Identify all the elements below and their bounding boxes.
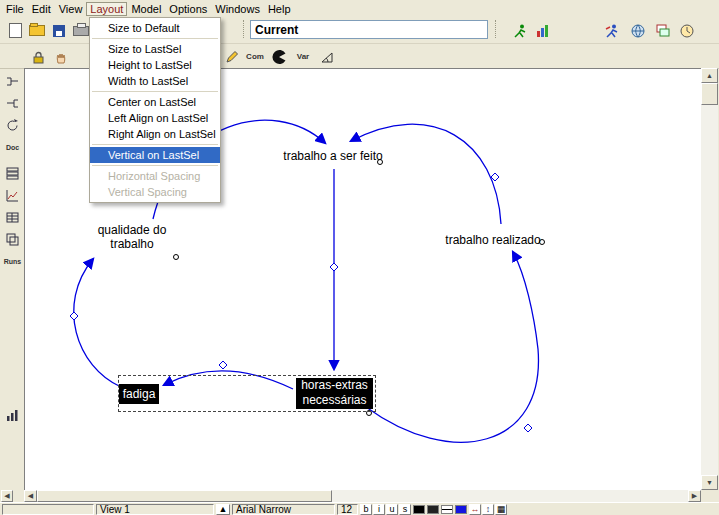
var-icon: Var (297, 52, 309, 61)
uses-tree-button[interactable] (1, 92, 24, 114)
menu-item-size-to-lastsel[interactable]: Size to LastSel (90, 41, 220, 57)
italic-button[interactable]: i (373, 504, 385, 515)
link-handle-diamond[interactable] (219, 361, 227, 369)
runs-compare-button[interactable] (1, 228, 24, 250)
open-icon (29, 25, 45, 36)
chart-run-icon (535, 23, 551, 39)
delete-tool[interactable] (267, 45, 291, 68)
triangle-icon (319, 49, 335, 65)
link-handle-diamond[interactable] (524, 424, 532, 432)
box-color-swatch[interactable] (455, 505, 467, 514)
clock-icon (679, 23, 695, 39)
save-button[interactable] (47, 19, 71, 42)
status-panel-blank (2, 504, 94, 515)
output-windows-button[interactable] (651, 19, 675, 42)
vertical-scrollbar[interactable]: ▲ ▼ (701, 68, 718, 490)
simulate-button[interactable] (508, 19, 532, 42)
open-button[interactable] (25, 19, 49, 42)
menu-separator (92, 144, 218, 145)
variable-handle[interactable] (174, 255, 179, 260)
scroll-right-button[interactable]: ▶ (688, 490, 701, 502)
vertical-scroll-thumb[interactable] (701, 83, 718, 105)
grid-style-button[interactable]: ▦ (495, 504, 507, 515)
scroll-left-button[interactable]: ◀ (24, 490, 37, 502)
line-style-swatch[interactable] (441, 505, 453, 514)
font-name-panel[interactable]: Arial Narrow (232, 504, 335, 515)
variable-trabalho-a-ser-feito[interactable]: trabalho a ser feito (273, 149, 393, 163)
simulation-name-input[interactable] (250, 20, 488, 39)
text-color-swatch[interactable] (413, 505, 425, 514)
loops-button[interactable] (1, 114, 24, 136)
layout-menu-popup: Size to Default Size to LastSel Height t… (89, 17, 221, 203)
link-horas-extras-to-trabalho-realizado[interactable] (366, 252, 538, 442)
new-button[interactable] (3, 19, 27, 42)
scrollbar-left-corner: ◀ (0, 490, 24, 502)
menu-item-width-to-lastsel[interactable]: Width to LastSel (90, 73, 220, 89)
pacman-icon (271, 49, 287, 65)
causes-strip-button[interactable] (1, 162, 24, 184)
menu-help[interactable]: Help (264, 2, 295, 16)
move-tool[interactable] (49, 45, 73, 68)
scroll-down-button[interactable]: ▼ (701, 475, 718, 490)
causes-tree-button[interactable] (1, 70, 24, 92)
menu-item-right-align-on-lastsel[interactable]: Right Align on LastSel (90, 126, 220, 142)
menu-item-center-on-lastsel[interactable]: Center on LastSel (90, 94, 220, 110)
font-size-panel[interactable]: 12 (337, 504, 358, 515)
menu-item-left-align-on-lastsel[interactable]: Left Align on LastSel (90, 110, 220, 126)
graph-button[interactable] (1, 184, 24, 206)
link-handle-diamond[interactable] (330, 263, 338, 271)
publish-button[interactable] (626, 19, 650, 42)
fill-color-swatch[interactable] (427, 505, 439, 514)
menu-model[interactable]: Model (127, 2, 165, 16)
scroll-up-button[interactable]: ▲ (701, 68, 718, 83)
reference-mode-tool[interactable]: Var (291, 45, 315, 68)
hand-icon (53, 49, 69, 65)
menu-view[interactable]: View (55, 2, 87, 16)
scrollbar-corner (701, 490, 719, 502)
table-icon (5, 210, 20, 225)
menu-layout[interactable]: Layout (86, 2, 127, 16)
menu-item-vertical-on-lastsel[interactable]: Vertical on LastSel (90, 147, 220, 163)
analysis-toolbar: Doc Runs (0, 68, 24, 490)
underline-button[interactable]: u (386, 504, 398, 515)
graph-icon (5, 188, 20, 203)
merge-tool[interactable] (220, 45, 244, 68)
menu-file[interactable]: File (2, 2, 28, 16)
menu-windows[interactable]: Windows (211, 2, 264, 16)
time-axis-button[interactable] (675, 19, 699, 42)
variable-fadiga[interactable]: fadiga (119, 384, 159, 404)
arrow-style-button[interactable]: ↔ (469, 504, 481, 515)
uses-tree-icon (5, 96, 20, 111)
menu-item-size-to-default[interactable]: Size to Default (90, 20, 220, 36)
link-trabalho-realizado-to-trabalho-a-ser-feito[interactable] (351, 124, 501, 224)
game-button[interactable] (600, 19, 624, 42)
document-button[interactable]: Doc (1, 136, 24, 158)
print-icon (73, 26, 89, 36)
equations-tool[interactable] (315, 45, 339, 68)
align-style-button[interactable]: ↕ (482, 504, 494, 515)
causes-tree-icon (5, 74, 20, 89)
link-handle-diamond[interactable] (70, 312, 78, 320)
menu-edit[interactable]: Edit (28, 2, 55, 16)
menu-item-height-to-lastsel[interactable]: Height to LastSel (90, 57, 220, 73)
horizontal-scrollbar[interactable]: ◀ ▶ (24, 490, 701, 502)
variable-qualidade-do-trabalho[interactable]: qualidade do trabalho (82, 223, 182, 251)
page-back-button[interactable]: ◀ (1, 490, 13, 502)
lock-tool[interactable] (26, 45, 50, 68)
variable-trabalho-realizado[interactable]: trabalho realizado (434, 233, 552, 247)
menu-options[interactable]: Options (165, 2, 211, 16)
link-fadiga-to-qualidade[interactable] (74, 259, 121, 387)
comment-tool[interactable]: Com (243, 45, 267, 68)
runs-button[interactable]: Runs (1, 250, 24, 272)
variable-horas-extras-necessarias[interactable]: horas-extras necessárias (296, 378, 373, 409)
bold-button[interactable]: b (360, 504, 372, 515)
vensim-window: File Edit View Layout Model Options Wind… (0, 0, 719, 515)
table-button[interactable] (1, 206, 24, 228)
strike-button[interactable]: s (399, 504, 411, 515)
loops-icon (5, 118, 20, 133)
view-name-panel[interactable]: View 1 (96, 504, 214, 515)
view-spin-button[interactable]: ▲ (216, 504, 230, 515)
sensitivity-run-button[interactable] (531, 19, 555, 42)
horizontal-scroll-thumb[interactable] (37, 490, 332, 502)
stats-button[interactable] (1, 404, 24, 426)
